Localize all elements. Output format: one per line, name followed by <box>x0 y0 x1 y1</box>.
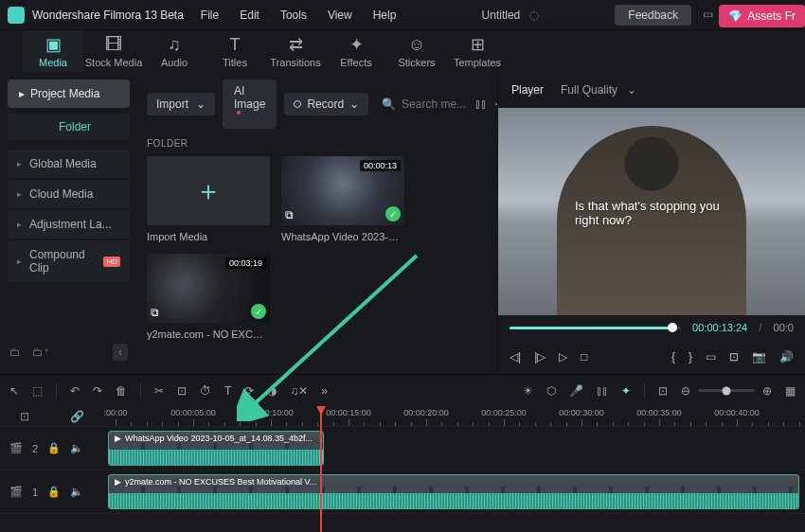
mute-icon[interactable]: 🔈 <box>70 486 83 498</box>
tab-stickers[interactable]: ☺Stickers <box>386 30 447 72</box>
tab-effects[interactable]: ✦Effects <box>326 30 386 72</box>
keyframe-icon[interactable]: ⟳ <box>244 384 254 398</box>
folder-tab[interactable]: Folder <box>8 114 130 140</box>
track-1[interactable]: ▶y2mate.com - NO EXCUSES Best Motivation… <box>104 470 805 514</box>
snap-icon[interactable]: ⊡ <box>658 384 668 398</box>
duration-badge: 00:00:13 <box>360 160 401 171</box>
sidebar-item-cloud-media[interactable]: ▸Cloud Media <box>8 180 130 208</box>
collapse-sidebar-icon[interactable]: ‹ <box>113 344 128 361</box>
player-tab[interactable]: Player <box>511 83 544 97</box>
zoom-handle[interactable] <box>723 386 731 395</box>
zoom-slider[interactable]: ⊖ ⊕ <box>681 384 772 398</box>
prev-frame-icon[interactable]: ◁| <box>510 350 521 364</box>
new-bin-icon[interactable]: 🗀⁺ <box>32 346 49 359</box>
record-dropdown[interactable]: Record⌄ <box>284 93 368 115</box>
track-header-2[interactable]: 🎬2🔒🔈 <box>0 427 104 470</box>
mark-out-icon[interactable]: } <box>689 350 692 364</box>
redo-icon[interactable]: ↷ <box>93 384 102 398</box>
ratio-icon[interactable]: ▭ <box>706 350 716 364</box>
auto-ripple-icon[interactable]: ✦ <box>621 384 631 398</box>
mute-icon[interactable]: 🔈 <box>70 442 83 454</box>
text-icon[interactable]: T <box>224 384 231 398</box>
track-header-1[interactable]: 🎬1🔒🔈 <box>0 470 104 514</box>
menu-edit[interactable]: Edit <box>240 9 259 22</box>
player-tabs: Player Full Quality⌄ <box>498 72 805 108</box>
step-back-icon[interactable]: |▷ <box>534 350 546 364</box>
menu-tools[interactable]: Tools <box>280 9 307 22</box>
media-item[interactable]: 00:03:19⧉✓ y2mate.com - NO EXCUSES ... <box>147 254 270 340</box>
notification-dot-icon <box>237 111 241 115</box>
monitor-icon[interactable]: ▭ <box>703 8 718 23</box>
timeline-view-icon[interactable]: ▦ <box>785 384 796 398</box>
track-2[interactable]: ▶WhatsApp Video 2023-10-05_at_14.08.35_4… <box>104 427 805 470</box>
zoom-in-icon[interactable]: ⊕ <box>762 384 772 398</box>
assets-button[interactable]: 💎 Assets Fr <box>719 5 805 27</box>
import-dropdown[interactable]: Import⌄ <box>147 93 215 115</box>
tab-transitions[interactable]: ⇄Transitions <box>265 30 326 72</box>
split-icon[interactable]: ✂ <box>154 384 164 398</box>
safe-zone-icon[interactable]: ⊡ <box>729 350 739 364</box>
menu-view[interactable]: View <box>328 9 352 22</box>
pointer-tool-icon[interactable]: ↖ <box>9 384 19 398</box>
multiclip-icon: ⧉ <box>285 208 294 222</box>
app-title: Wondershare Filmora 13 Beta <box>32 9 184 22</box>
quality-dropdown[interactable]: Full Quality⌄ <box>561 83 636 97</box>
select-tool-icon[interactable]: ⬚ <box>32 384 43 398</box>
filter-icon[interactable]: ⫿⫿ <box>475 98 487 111</box>
clip[interactable]: ▶WhatsApp Video 2023-10-05_at_14.08.35_4… <box>108 431 324 466</box>
snapshot-icon[interactable]: 📷 <box>752 350 766 364</box>
preview-caption: Is that what's stopping you right now? <box>575 199 728 227</box>
voice-icon[interactable]: 🎤 <box>569 384 583 398</box>
cloud-sync-icon[interactable]: ◌ <box>529 9 539 22</box>
undo-icon[interactable]: ↶ <box>70 384 80 398</box>
media-item[interactable]: 00:00:13⧉✓ WhatsApp Video 2023-10-05... <box>281 156 404 242</box>
new-folder-icon[interactable]: 🗀 <box>9 346 21 359</box>
volume-icon[interactable]: 🔊 <box>779 350 794 364</box>
tab-audio[interactable]: ♫Audio <box>144 30 205 72</box>
zoom-out-icon[interactable]: ⊖ <box>681 384 690 398</box>
title-bar: Wondershare Filmora 13 Beta File Edit To… <box>0 0 805 30</box>
delete-icon[interactable]: 🗑 <box>116 384 127 398</box>
timeline-content[interactable]: :00:0000:00:05:0000:00:10:0000:00:15:000… <box>104 406 805 532</box>
link-icon[interactable]: 🔗 <box>70 410 84 423</box>
detach-audio-icon[interactable]: ♫✕ <box>290 384 308 398</box>
play-icon[interactable]: ▷ <box>559 350 567 364</box>
ai-image-button[interactable]: AI Image <box>223 80 277 129</box>
tab-stock-media[interactable]: 🎞Stock Media <box>83 30 144 72</box>
project-media-header[interactable]: ▸Project Media <box>8 80 130 108</box>
marker-gutter-icon[interactable]: ⊡ <box>20 410 29 423</box>
render-icon[interactable]: ☀ <box>523 384 533 398</box>
mark-in-icon[interactable]: { <box>671 350 675 364</box>
sidebar-item-global-media[interactable]: ▸Global Media <box>8 150 130 178</box>
clip[interactable]: ▶y2mate.com - NO EXCUSES Best Motivation… <box>108 474 799 509</box>
clip-type-icon: ▶ <box>115 477 121 487</box>
crop-icon[interactable]: ⊡ <box>177 384 187 398</box>
lock-icon[interactable]: 🔒 <box>47 442 61 454</box>
playhead[interactable] <box>320 406 322 532</box>
stop-icon[interactable]: □ <box>581 350 587 364</box>
menu-help[interactable]: Help <box>373 9 397 22</box>
search-box[interactable]: 🔍 <box>376 98 468 111</box>
preview-viewport[interactable]: Is that what's stopping you right now? <box>498 108 805 315</box>
time-ruler[interactable]: :00:0000:00:05:0000:00:10:0000:00:15:000… <box>104 406 805 427</box>
color-icon[interactable]: ◑ <box>267 384 277 398</box>
document-title[interactable]: Untitled <box>482 9 521 22</box>
video-track-icon: 🎬 <box>9 442 23 454</box>
tab-media[interactable]: ▣Media <box>23 30 83 72</box>
mixer-icon[interactable]: ⫿⫿ <box>597 384 608 398</box>
media-item-import[interactable]: ＋ Import Media <box>147 156 270 242</box>
tab-templates[interactable]: ⊞Templates <box>447 30 508 72</box>
sidebar-item-compound-clip[interactable]: ▸Compound ClipHD <box>8 240 130 282</box>
menu-file[interactable]: File <box>201 9 219 22</box>
more-tools-icon[interactable]: » <box>321 384 328 398</box>
marker-icon[interactable]: ⬡ <box>546 384 556 398</box>
tab-titles[interactable]: TTitles <box>205 30 265 72</box>
speed-icon[interactable]: ⏱ <box>200 384 211 398</box>
player-controls: ◁| |▷ ▷ □ { } ▭ ⊡ 📷 🔊 <box>498 340 805 374</box>
search-input[interactable] <box>402 98 468 111</box>
feedback-button[interactable]: Feedback <box>615 5 691 26</box>
scrub-handle[interactable] <box>668 323 677 332</box>
lock-icon[interactable]: 🔒 <box>47 486 61 498</box>
scrub-track[interactable] <box>510 327 681 329</box>
sidebar-item-adjustment-layer[interactable]: ▸Adjustment La... <box>8 210 130 239</box>
